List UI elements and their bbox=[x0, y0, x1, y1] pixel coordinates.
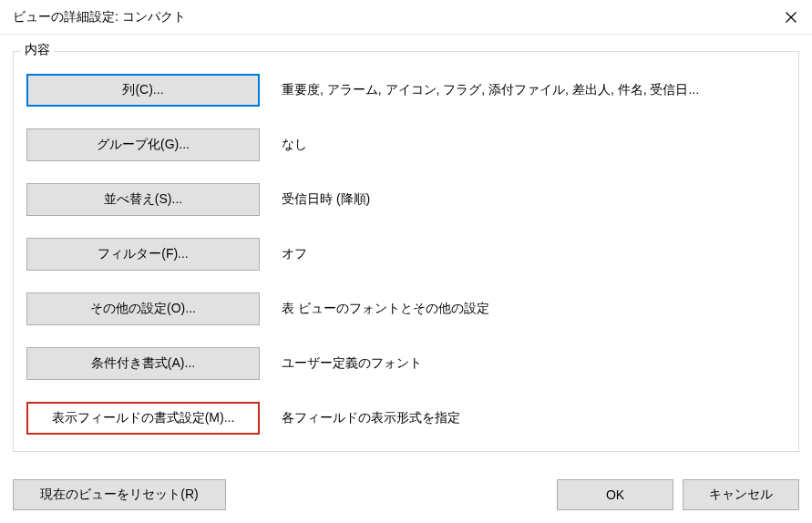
other-settings-button[interactable]: その他の設定(O)... bbox=[26, 292, 260, 325]
columns-button[interactable]: 列(C)... bbox=[26, 74, 260, 107]
field-format-button[interactable]: 表示フィールドの書式設定(M)... bbox=[26, 402, 260, 435]
close-icon bbox=[786, 12, 797, 23]
row-columns: 列(C)... 重要度, アラーム, アイコン, フラグ, 添付ファイル, 差出… bbox=[26, 74, 782, 107]
groupbox-legend: 内容 bbox=[21, 42, 54, 58]
window-title: ビューの詳細設定: コンパクト bbox=[13, 9, 186, 26]
row-sort: 並べ替え(S)... 受信日時 (降順) bbox=[26, 183, 782, 216]
reset-view-button[interactable]: 現在のビューをリセット(R) bbox=[13, 479, 226, 510]
columns-desc: 重要度, アラーム, アイコン, フラグ, 添付ファイル, 差出人, 件名, 受… bbox=[282, 82, 699, 98]
content-area: 内容 列(C)... 重要度, アラーム, アイコン, フラグ, 添付ファイル,… bbox=[0, 35, 812, 452]
ok-button[interactable]: OK bbox=[557, 479, 673, 510]
row-field-format: 表示フィールドの書式設定(M)... 各フィールドの表示形式を指定 bbox=[26, 402, 782, 435]
filter-desc: オフ bbox=[282, 246, 307, 262]
groupby-desc: なし bbox=[282, 137, 307, 153]
footer-right: OK キャンセル bbox=[557, 479, 799, 510]
field-format-desc: 各フィールドの表示形式を指定 bbox=[282, 410, 460, 426]
groupby-button[interactable]: グループ化(G)... bbox=[26, 128, 260, 161]
titlebar: ビューの詳細設定: コンパクト bbox=[0, 0, 812, 35]
footer: 現在のビューをリセット(R) OK キャンセル bbox=[0, 467, 812, 523]
close-button[interactable] bbox=[770, 0, 812, 35]
cancel-button[interactable]: キャンセル bbox=[683, 479, 799, 510]
other-settings-desc: 表 ビューのフォントとその他の設定 bbox=[282, 301, 489, 317]
row-filter: フィルター(F)... オフ bbox=[26, 238, 782, 271]
row-groupby: グループ化(G)... なし bbox=[26, 128, 782, 161]
conditional-format-desc: ユーザー定義のフォント bbox=[282, 355, 422, 372]
row-other-settings: その他の設定(O)... 表 ビューのフォントとその他の設定 bbox=[26, 292, 782, 325]
groupbox-contents: 内容 列(C)... 重要度, アラーム, アイコン, フラグ, 添付ファイル,… bbox=[13, 51, 799, 452]
filter-button[interactable]: フィルター(F)... bbox=[26, 238, 260, 271]
row-conditional-format: 条件付き書式(A)... ユーザー定義のフォント bbox=[26, 347, 782, 380]
footer-left: 現在のビューをリセット(R) bbox=[13, 479, 226, 510]
sort-button[interactable]: 並べ替え(S)... bbox=[26, 183, 260, 216]
conditional-format-button[interactable]: 条件付き書式(A)... bbox=[26, 347, 260, 380]
sort-desc: 受信日時 (降順) bbox=[282, 191, 370, 208]
